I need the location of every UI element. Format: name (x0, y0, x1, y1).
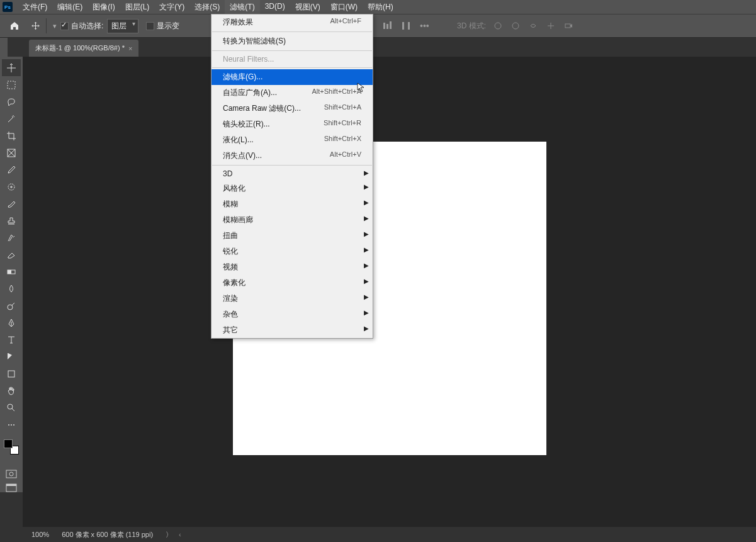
blur-tool[interactable] (2, 280, 21, 297)
align-icon[interactable] (382, 21, 392, 31)
zoom-level[interactable]: 100% (31, 531, 49, 538)
menu-item[interactable]: 模糊▶ (212, 196, 373, 212)
checkbox-icon (60, 22, 69, 30)
menu-item-label: 滤镜库(G)... (223, 72, 262, 82)
type-tool[interactable] (2, 331, 21, 348)
chevron-right-icon: ▶ (364, 246, 369, 253)
brush-tool[interactable] (2, 195, 21, 212)
menu-item[interactable]: 图像(I) (87, 0, 120, 14)
menu-item[interactable]: 浮雕效果Alt+Ctrl+F (212, 14, 373, 30)
menu-item-label: 自适应广角(A)... (223, 88, 277, 98)
menu-item[interactable]: 转换为智能滤镜(S) (212, 33, 373, 49)
menu-item[interactable]: 编辑(E) (52, 0, 87, 14)
toolbar (0, 57, 23, 492)
menu-item-label: 扭曲 (223, 230, 238, 241)
menu-separator (212, 165, 372, 166)
frame-tool[interactable] (2, 144, 21, 161)
shortcut-label: Alt+Ctrl+V (330, 150, 361, 161)
move-tool[interactable] (2, 59, 21, 76)
menu-item[interactable]: 3D▶ (212, 167, 373, 181)
lasso-tool[interactable] (2, 93, 21, 110)
eraser-tool[interactable] (2, 246, 21, 263)
menu-item[interactable]: 3D(D) (260, 0, 290, 14)
auto-select-checkbox[interactable]: 自动选择: (60, 21, 103, 31)
menu-item[interactable]: 视频▶ (212, 259, 373, 275)
menu-item[interactable]: 渲染▶ (212, 291, 373, 307)
chevron-right-icon: ▶ (364, 183, 369, 190)
heal-tool[interactable] (2, 178, 21, 195)
history-tool[interactable] (2, 229, 21, 246)
marquee-tool[interactable] (2, 76, 21, 93)
menu-item-label: 模糊 (223, 199, 238, 210)
menu-item[interactable]: 窗口(W) (325, 0, 363, 14)
orbit-icon[interactable] (494, 21, 502, 30)
svg-rect-1 (386, 24, 388, 29)
crop-tool[interactable] (2, 127, 21, 144)
doc-info[interactable]: 600 像素 x 600 像素 (119 ppi) (62, 530, 153, 539)
pen-tool[interactable] (2, 314, 21, 331)
color-swatches[interactable] (4, 439, 19, 454)
gradient-tool[interactable] (2, 263, 21, 280)
menu-item[interactable]: 滤镜(T) (225, 0, 259, 14)
eyedropper-tool[interactable] (2, 161, 21, 178)
svg-rect-2 (390, 21, 392, 29)
menu-item[interactable]: 液化(L)...Shift+Ctrl+X (212, 132, 373, 148)
menu-item[interactable]: 视图(V) (290, 0, 325, 14)
blur-icon (6, 284, 16, 294)
shape-tool[interactable] (2, 365, 21, 382)
pen-icon (6, 318, 16, 328)
camera-icon[interactable] (564, 21, 573, 30)
dodge-icon (6, 301, 16, 311)
eyedropper-icon (6, 165, 16, 175)
menu-item[interactable]: 选择(S) (189, 0, 225, 14)
menu-item[interactable]: 像素化▶ (212, 275, 373, 291)
layer-dropdown[interactable]: 图层 (107, 19, 138, 33)
menu-item-label: 其它 (223, 325, 238, 336)
menu-item[interactable]: 自适应广角(A)...Alt+Shift+Ctrl+A (212, 85, 373, 101)
quickmask-icon[interactable] (6, 470, 17, 478)
menu-item[interactable]: 镜头校正(R)...Shift+Ctrl+R (212, 116, 373, 132)
chevron-left-icon[interactable]: ‹ (179, 531, 181, 538)
menu-item[interactable]: 扭曲▶ (212, 228, 373, 244)
menu-item[interactable]: 风格化▶ (212, 181, 373, 196)
menu-item[interactable]: Camera Raw 滤镜(C)...Shift+Ctrl+A (212, 101, 373, 116)
home-icon (9, 21, 20, 31)
close-icon[interactable]: × (128, 45, 132, 52)
dropdown-caret[interactable]: ▾ (53, 22, 57, 30)
wand-tool[interactable] (2, 110, 21, 127)
stamp-tool[interactable] (2, 212, 21, 229)
menu-item[interactable]: 帮助(H) (363, 0, 398, 14)
chevron-right-icon[interactable]: 〉 (166, 530, 172, 539)
menu-item[interactable]: 锐化▶ (212, 244, 373, 259)
menu-separator (212, 50, 372, 51)
stamp-icon (6, 216, 16, 226)
home-button[interactable] (5, 18, 24, 34)
distribute-icon[interactable] (401, 21, 411, 31)
dodge-tool[interactable] (2, 297, 21, 314)
menu-item-label: 镜头校正(R)... (223, 119, 270, 130)
menu-item[interactable]: 图层(L) (120, 0, 155, 14)
screenmode-icon[interactable] (6, 483, 17, 492)
slide-icon[interactable] (546, 21, 555, 30)
hand-tool[interactable] (2, 382, 21, 399)
menu-item[interactable]: 模糊画廊▶ (212, 212, 373, 228)
svg-point-13 (8, 305, 13, 310)
pan-icon[interactable] (511, 21, 520, 30)
more-tool[interactable] (2, 416, 21, 433)
more-icon[interactable]: ••• (420, 21, 429, 31)
document-tab[interactable]: 未标题-1 @ 100%(RGB/8#) * × (29, 40, 138, 57)
menu-item[interactable]: 文件(F) (18, 0, 52, 14)
chevron-right-icon: ▶ (364, 169, 369, 176)
menu-item-label: 风格化 (223, 183, 245, 194)
roll-icon[interactable] (529, 21, 538, 30)
menu-item[interactable]: 其它▶ (212, 322, 373, 338)
zoom-tool[interactable] (2, 399, 21, 416)
menu-item[interactable]: 滤镜库(G)... (212, 69, 373, 85)
path-icon (6, 352, 16, 362)
menu-item[interactable]: 文字(Y) (154, 0, 189, 14)
svg-rect-22 (6, 484, 16, 486)
show-transform-checkbox[interactable]: 显示变 (146, 21, 179, 31)
menu-item[interactable]: 消失点(V)...Alt+Ctrl+V (212, 148, 373, 164)
menu-item[interactable]: 杂色▶ (212, 307, 373, 322)
path-tool[interactable] (2, 348, 21, 365)
